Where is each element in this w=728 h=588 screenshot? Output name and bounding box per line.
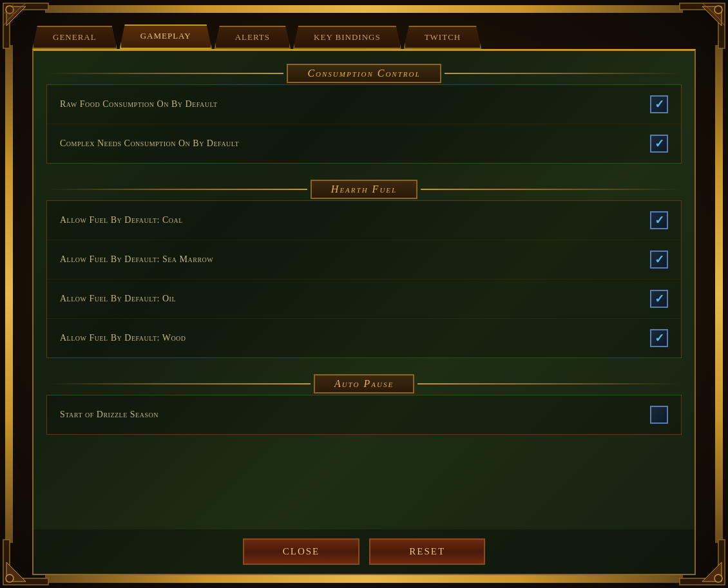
tab-key-bindings[interactable]: Key Bindings	[293, 26, 401, 49]
setting-label-fuel-wood: Allow Fuel By Default: Wood	[60, 333, 186, 343]
bottom-bar: Close Reset	[34, 529, 694, 574]
setting-label-fuel-oil: Allow Fuel By Default: Oil	[60, 294, 176, 304]
section-line-right	[445, 73, 682, 74]
setting-row-fuel-coal: Allow Fuel By Default: Coal	[47, 201, 681, 240]
section-line-right-hearth	[421, 189, 682, 190]
setting-row-fuel-sea-marrow: Allow Fuel By Default: Sea Marrow	[47, 240, 681, 280]
tab-twitch[interactable]: TwITch	[404, 26, 482, 49]
setting-row-complex-needs: Complex Needs Consumption On By Default	[47, 124, 681, 163]
svg-point-2	[6, 574, 14, 582]
setting-row-fuel-wood: Allow Fuel By Default: Wood	[47, 319, 681, 357]
section-header-consumption: Consumption Control	[46, 64, 682, 83]
section-header-hearth: Hearth Fuel	[46, 180, 682, 199]
setting-label-complex-needs: Complex Needs Consumption On By Default	[60, 138, 239, 149]
reset-button[interactable]: Reset	[369, 538, 485, 565]
checkbox-drizzle-season[interactable]	[650, 406, 668, 424]
setting-row-drizzle-season: Start of Drizzle Season	[47, 395, 681, 434]
section-body-auto-pause: Start of Drizzle Season	[46, 395, 682, 435]
corner-decoration-tl	[0, 0, 52, 52]
corner-decoration-tr	[676, 0, 728, 52]
checkbox-complex-needs[interactable]	[650, 135, 668, 153]
svg-point-3	[714, 574, 722, 582]
tab-alerts[interactable]: Alerts	[215, 26, 291, 49]
svg-point-0	[6, 6, 14, 14]
close-button[interactable]: Close	[243, 538, 360, 565]
corner-decoration-br	[676, 536, 728, 588]
checkbox-raw-food[interactable]	[650, 95, 668, 113]
section-auto-pause: Auto Pause Start of Drizzle Season	[46, 374, 682, 435]
checkbox-fuel-wood[interactable]	[650, 329, 668, 347]
border-right	[715, 45, 723, 543]
setting-row-raw-food: Raw Food Consumption On By Default	[47, 85, 681, 124]
border-top	[45, 5, 683, 13]
section-title-auto-pause: Auto Pause	[334, 378, 394, 390]
scroll-area[interactable]: Consumption Control Raw Food Consumption…	[34, 51, 694, 529]
section-title-hearth: Hearth Fuel	[331, 184, 397, 195]
border-bottom	[45, 575, 683, 583]
svg-point-1	[714, 6, 722, 14]
section-title-box-hearth: Hearth Fuel	[311, 180, 417, 199]
setting-label-fuel-coal: Allow Fuel By Default: Coal	[60, 215, 183, 225]
content-panel: Consumption Control Raw Food Consumption…	[32, 49, 696, 575]
section-body-hearth: Allow Fuel By Default: Coal Allow Fuel B…	[46, 200, 682, 358]
checkbox-fuel-oil[interactable]	[650, 290, 668, 308]
section-line-left-hearth	[46, 189, 307, 190]
section-title-box-consumption: Consumption Control	[287, 64, 441, 83]
setting-label-fuel-sea-marrow: Allow Fuel By Default: Sea Marrow	[60, 254, 213, 265]
section-line-right-auto-pause	[417, 383, 682, 384]
main-container: General Gameplay Alerts Key Bindings TwI…	[13, 13, 715, 575]
tab-gameplay[interactable]: Gameplay	[120, 24, 212, 49]
section-body-consumption: Raw Food Consumption On By Default Compl…	[46, 84, 682, 164]
section-line-left	[46, 73, 283, 74]
tab-bar: General Gameplay Alerts Key Bindings TwI…	[13, 13, 715, 49]
section-header-auto-pause: Auto Pause	[46, 374, 682, 394]
section-consumption-control: Consumption Control Raw Food Consumption…	[46, 64, 682, 164]
checkbox-fuel-coal[interactable]	[650, 211, 668, 229]
setting-label-raw-food: Raw Food Consumption On By Default	[60, 99, 218, 109]
checkbox-fuel-sea-marrow[interactable]	[650, 251, 668, 269]
setting-label-drizzle-season: Start of Drizzle Season	[60, 410, 158, 420]
section-hearth-fuel: Hearth Fuel Allow Fuel By Default: Coal …	[46, 180, 682, 358]
section-title-consumption: Consumption Control	[307, 68, 420, 79]
setting-row-fuel-oil: Allow Fuel By Default: Oil	[47, 280, 681, 319]
section-title-box-auto-pause: Auto Pause	[314, 374, 414, 394]
corner-decoration-bl	[0, 536, 52, 588]
border-left	[5, 45, 13, 543]
section-line-left-auto-pause	[46, 383, 311, 384]
